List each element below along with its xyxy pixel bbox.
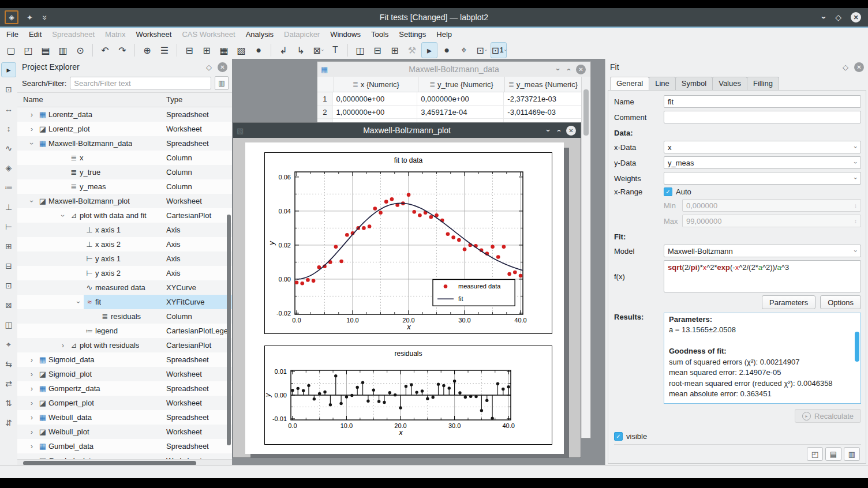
auto-range-checkbox[interactable] xyxy=(664,187,672,196)
tree-item-x-axis-2[interactable]: ⊥x axis 2Axis xyxy=(17,237,232,251)
max-spinbox[interactable]: 99,000000 xyxy=(682,215,861,227)
formula-field[interactable]: sqrt(2/pi)*x^2*exp(-x^2/(2*a^2))/a^3 xyxy=(664,260,861,292)
worksheet-window[interactable]: ▧ Maxwell-Boltzmann_plot fit to data0.01… xyxy=(233,122,581,458)
tree-item-weibull-plot[interactable]: ›◪Weibull_plotWorksheet xyxy=(17,425,232,439)
tree-item-y-axis-2[interactable]: ⊢y axis 2Axis xyxy=(17,266,232,280)
data-cell[interactable]: -2,373721e-03 xyxy=(504,92,582,105)
collapse-arrow-icon[interactable]: › xyxy=(28,196,36,207)
close-icon[interactable] xyxy=(851,12,861,22)
expand-arrow-icon[interactable]: › xyxy=(27,125,37,133)
data-cell[interactable]: -3,011469e-03 xyxy=(504,106,582,118)
tab-general[interactable]: General xyxy=(610,77,649,90)
name-field[interactable]: fit xyxy=(664,95,861,108)
menu-worksheet[interactable]: Worksheet xyxy=(130,28,177,42)
residuals-plot[interactable]: residuals0.010.020.030.040.0-0.010.000.0… xyxy=(264,346,552,445)
dropdown-caret-icon[interactable]: › xyxy=(319,50,325,51)
column-header-name[interactable]: Name xyxy=(17,95,43,104)
export-button[interactable]: ↳ xyxy=(293,42,309,58)
unshade-window-icon[interactable] xyxy=(563,68,572,70)
column-header-2[interactable]: ≣y_true {Numeric} xyxy=(418,77,505,92)
fit-plot[interactable]: fit to data0.010.020.030.040.0-0.020.000… xyxy=(264,152,552,334)
menu-analysis[interactable]: Analysis xyxy=(241,28,279,42)
close-dock-icon[interactable] xyxy=(218,62,227,72)
new-plot-button[interactable]: ⊠› xyxy=(310,42,326,58)
configure-button[interactable]: ⚒ xyxy=(404,42,420,58)
close-window-icon[interactable] xyxy=(566,126,576,136)
tree-item-sigmoid-plot[interactable]: ›◪Sigmoid_plotWorksheet xyxy=(17,367,232,381)
worksheet-window-titlebar[interactable]: ▧ Maxwell-Boltzmann_plot xyxy=(233,123,581,138)
zoom-fit-x-button[interactable]: ◫ xyxy=(1,317,16,332)
minimize-icon[interactable] xyxy=(820,16,829,19)
options-button[interactable]: Options xyxy=(820,295,861,309)
fit-to-data-svg[interactable]: fit to data0.010.020.030.040.0-0.020.000… xyxy=(265,153,552,333)
columns-config-button[interactable] xyxy=(215,76,229,90)
tree-item-y-true[interactable]: ≣y_trueColumn xyxy=(17,165,232,179)
split-view-horizontal-button[interactable]: ⊟ xyxy=(369,42,386,58)
new-project-button[interactable]: ▢ xyxy=(3,42,19,58)
select-region-tool-button[interactable]: ⊡ xyxy=(1,82,16,97)
weights-combobox[interactable] xyxy=(664,172,861,185)
expand-arrow-icon[interactable]: › xyxy=(27,414,37,422)
tab-symbol[interactable]: Symbol xyxy=(675,77,713,90)
dropdown-caret-icon[interactable]: › xyxy=(502,50,508,51)
tree-column-header[interactable]: Name Type xyxy=(17,92,232,107)
tree-item-x[interactable]: ≣xColumn xyxy=(17,151,232,165)
collapse-arrow-icon[interactable]: › xyxy=(28,138,36,149)
menu-windows[interactable]: Windows xyxy=(325,28,366,42)
toggle-properties-button[interactable]: ☰ xyxy=(156,42,173,58)
collapse-arrow-icon[interactable]: › xyxy=(74,297,83,307)
zoom-select-tool-button[interactable]: ⌖ xyxy=(456,42,472,58)
fit-height-button[interactable]: ↕ xyxy=(1,121,16,136)
new-spreadsheet-button[interactable]: ⊞ xyxy=(199,42,215,58)
save-as-function-button[interactable]: ▥ xyxy=(844,447,860,461)
data-cell[interactable]: 1,000000e+00 xyxy=(333,106,418,118)
parameters-button[interactable]: Parameters xyxy=(762,295,815,309)
menu-tools[interactable]: Tools xyxy=(366,28,394,42)
shift-down-y-button[interactable]: ⇵ xyxy=(1,415,16,430)
float-dock-icon[interactable] xyxy=(843,63,848,72)
min-spinbox[interactable]: 0,000000 xyxy=(682,199,861,212)
zoom-fit-y-button[interactable]: ⌖ xyxy=(1,337,16,352)
new-worksheet-button[interactable]: ▧ xyxy=(233,42,249,58)
tab-line[interactable]: Line xyxy=(649,77,676,90)
save-function-button[interactable]: ▤ xyxy=(825,447,841,461)
tree-item-measured-data[interactable]: ∿measured dataXYCurve xyxy=(17,280,232,295)
tree-item-y-meas[interactable]: ≣y_measColumn xyxy=(17,179,232,194)
new-matrix-button[interactable]: ▦ xyxy=(216,42,232,58)
y-data-combobox[interactable]: y_meas xyxy=(664,156,861,169)
tree-item-sigmoid-data[interactable]: ›▦Sigmoid_dataSpreadsheet xyxy=(17,352,232,367)
scrollbar-thumb[interactable] xyxy=(583,89,589,136)
add-legend-button[interactable]: ≔ xyxy=(1,180,16,195)
magnification-preset-button[interactable]: ⊡1› xyxy=(491,42,507,58)
tree-item-lorentz-plot[interactable]: ›◪Lorentz_plotWorksheet xyxy=(17,122,232,136)
expand-arrow-icon[interactable]: › xyxy=(27,457,37,460)
column-header-1[interactable]: ≣x {Numeric} xyxy=(334,77,418,92)
split-view-grid-button[interactable]: ⊞ xyxy=(387,42,403,58)
close-window-icon[interactable] xyxy=(576,65,586,74)
shade-window-icon[interactable] xyxy=(544,129,553,132)
new-note-button[interactable]: ● xyxy=(250,42,267,58)
zoom-fit-button[interactable]: ⊠ xyxy=(1,298,16,313)
new-workbook-button[interactable]: ⊟ xyxy=(181,42,197,58)
expand-arrow-icon[interactable]: › xyxy=(27,442,37,451)
menu-file[interactable]: File xyxy=(1,28,24,42)
select-tool-button[interactable]: ▸ xyxy=(421,42,437,58)
expand-arrow-icon[interactable]: › xyxy=(27,385,37,393)
expand-arrow-icon[interactable]: › xyxy=(27,356,37,364)
shift-left-x-button[interactable]: ⇆ xyxy=(1,356,16,371)
add-xy-curve-button[interactable]: ∿ xyxy=(1,141,16,156)
results-box[interactable]: Parameters:a = 13.1565±2.0508Goodness of… xyxy=(664,313,861,404)
import-data-button[interactable]: ↲ xyxy=(275,42,291,58)
shift-right-x-button[interactable]: ⇄ xyxy=(1,376,16,391)
tree-item-maxwell-boltzmann-data[interactable]: ›▦Maxwell-Boltzmann_dataSpreadsheet xyxy=(17,136,232,151)
tree-vertical-scrollbar[interactable] xyxy=(227,215,231,445)
spreadsheet-vertical-scrollbar[interactable] xyxy=(581,77,590,438)
close-dock-icon[interactable] xyxy=(854,62,864,72)
split-view-vertical-button[interactable]: ◫ xyxy=(352,42,368,58)
add-text-label-button[interactable]: T xyxy=(327,42,343,58)
undo-button[interactable]: ↶ xyxy=(97,42,113,58)
column-header-3[interactable]: ≣y_meas {Numeric} xyxy=(505,77,582,92)
tab-values[interactable]: Values xyxy=(712,77,747,90)
spreadsheet-window-titlebar[interactable]: ▦ Maxwell-Boltzmann_data xyxy=(317,62,590,77)
fit-width-button[interactable]: ↔ xyxy=(1,102,16,117)
